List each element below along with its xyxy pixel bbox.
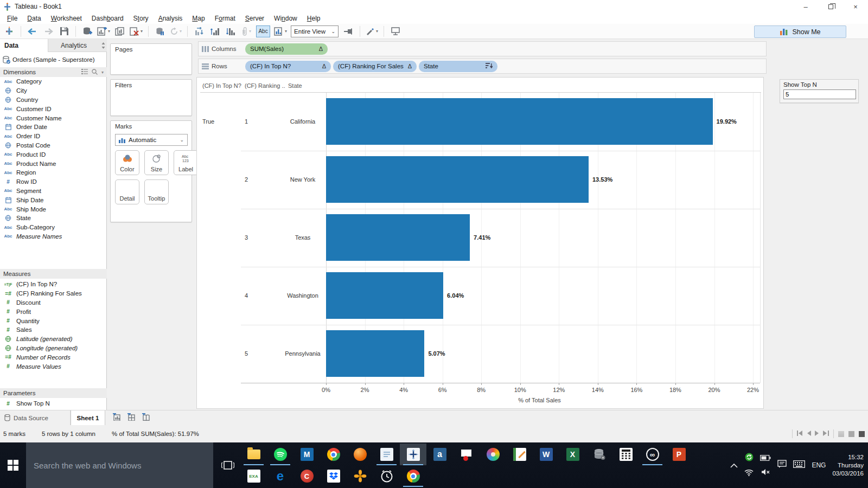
clock-tray[interactable]: 15:32 Thursday 03/03/2016 — [832, 453, 866, 478]
bar-new-york[interactable] — [326, 156, 589, 203]
mark-type-selector[interactable]: Automatic ⌄ — [115, 134, 188, 146]
restore-button[interactable] — [818, 0, 843, 13]
show-me-button[interactable]: Show Me — [754, 25, 846, 38]
pane-menu-caret-icon[interactable]: ▾ — [101, 70, 104, 75]
measure-measure-values[interactable]: #Measure Values — [0, 362, 107, 371]
taskbar-app-powerpoint[interactable]: P — [666, 444, 692, 465]
next-sheet-button[interactable] — [815, 431, 819, 437]
fit-axes-button[interactable]: ▾ — [274, 25, 287, 38]
taskbar-app-chrome2[interactable] — [400, 465, 426, 487]
dimension-city[interactable]: City — [0, 86, 107, 95]
dimension-product-name[interactable]: AbcProduct Name — [0, 159, 107, 168]
pane-sort-icon[interactable] — [99, 39, 107, 52]
first-sheet-button[interactable] — [797, 431, 803, 437]
pause-updates-button[interactable] — [154, 25, 166, 38]
dimension-ship-mode[interactable]: AbcShip Mode — [0, 204, 107, 214]
taskbar-app-word[interactable]: W — [533, 444, 559, 465]
show-top-n-input[interactable] — [783, 89, 856, 99]
touch-keyboard-tray-icon[interactable] — [793, 460, 805, 470]
dimension-order-date[interactable]: Order Date — [0, 123, 107, 132]
marks-button-size[interactable]: Size — [144, 150, 169, 175]
marks-button-tooltip[interactable]: Tooltip — [144, 179, 169, 204]
menu-map[interactable]: Map — [187, 14, 209, 23]
taskbar-app-database[interactable] — [586, 444, 612, 465]
dimension-sub-category[interactable]: AbcSub-Category — [0, 223, 107, 232]
sort-ascending-button[interactable] — [209, 25, 221, 38]
undo-button[interactable] — [27, 25, 39, 38]
measure-profit[interactable]: #Profit — [0, 307, 107, 316]
dimension-customer-id[interactable]: AbcCustomer ID — [0, 104, 107, 113]
menu-worksheet[interactable]: Worksheet — [46, 14, 87, 23]
menu-dashboard[interactable]: Dashboard — [87, 14, 129, 23]
rows-shelf[interactable]: Rows (CF) In Top N?Δ(CF) Ranking For Sal… — [198, 59, 767, 74]
view-data-icon[interactable] — [81, 69, 88, 75]
new-dashboard-tab-button[interactable] — [127, 413, 136, 423]
language-indicator[interactable]: ENG — [812, 461, 826, 469]
measure-discount[interactable]: #Discount — [0, 298, 107, 307]
pill-state[interactable]: State — [419, 61, 497, 72]
taskbar-app-flower[interactable] — [347, 465, 373, 487]
show-filmstrip-button[interactable] — [848, 431, 854, 437]
redo-button[interactable] — [42, 25, 54, 38]
sync-tray-icon[interactable] — [745, 453, 754, 464]
refresh-button[interactable]: ▾ — [170, 25, 182, 38]
tab-data[interactable]: Data — [0, 39, 48, 52]
duplicate-sheet-button[interactable] — [114, 25, 126, 38]
marks-button-detail[interactable]: Detail — [115, 179, 139, 204]
taskbar-app-screenshare[interactable] — [453, 444, 480, 465]
menu-file[interactable]: File — [2, 14, 22, 23]
measure-cf-in-top-n[interactable]: =T|F(CF) In Top N? — [0, 280, 107, 289]
dimension-product-id[interactable]: AbcProduct ID — [0, 150, 107, 159]
taskbar-app-spotify[interactable] — [267, 444, 293, 465]
taskbar-app-tableau[interactable] — [400, 444, 426, 465]
show-mark-labels-button[interactable]: Abc — [256, 25, 270, 37]
show-tabs-button[interactable] — [838, 431, 844, 437]
parameter-show-top-n[interactable]: #Show Top N — [0, 399, 107, 408]
taskbar-app-chrome[interactable] — [320, 444, 347, 465]
menu-format[interactable]: Format — [210, 14, 240, 23]
highlight-button[interactable]: ▾ — [366, 25, 378, 38]
measure-longitude-generated[interactable]: Longitude (generated) — [0, 344, 107, 353]
pill-sum-sales[interactable]: SUM(Sales)Δ — [245, 43, 328, 55]
presentation-mode-button[interactable] — [390, 25, 401, 38]
measure-number-of-records[interactable]: =#Number of Records — [0, 352, 107, 362]
dimension-ship-date[interactable]: Ship Date — [0, 195, 107, 204]
start-button[interactable] — [0, 442, 26, 488]
taskbar-app-file-explorer[interactable] — [240, 444, 267, 465]
taskbar-app-exa[interactable]: EXA — [240, 465, 267, 487]
taskbar-app-mail[interactable]: M — [293, 444, 320, 465]
tab-analytics[interactable]: Analytics — [48, 39, 99, 52]
taskbar-app-clock[interactable] — [373, 465, 400, 487]
new-worksheet-tab-button[interactable] — [113, 413, 121, 423]
new-worksheet-button[interactable]: ▾ — [97, 25, 110, 38]
dimension-customer-name[interactable]: AbcCustomer Name — [0, 113, 107, 123]
dimension-measure-names[interactable]: AbcMeasure Names — [0, 232, 107, 241]
taskbar-app-calculator[interactable] — [612, 444, 639, 465]
taskbar-app-excel[interactable]: X — [559, 444, 586, 465]
minimize-button[interactable]: – — [793, 0, 818, 13]
taskbar-app-notes[interactable] — [506, 444, 533, 465]
taskbar-search-input[interactable]: Search the web and Windows — [26, 442, 213, 488]
dimension-order-id[interactable]: AbcOrder ID — [0, 132, 107, 141]
menu-data[interactable]: Data — [22, 14, 46, 23]
pages-shelf[interactable]: Pages — [110, 43, 192, 75]
menu-story[interactable]: Story — [129, 14, 154, 23]
dimension-segment[interactable]: AbcSegment — [0, 187, 107, 196]
taskbar-app-edge[interactable]: e — [267, 465, 293, 487]
task-view-button[interactable] — [216, 442, 240, 488]
taskbar-app-firefox[interactable] — [347, 444, 373, 465]
last-sheet-button[interactable] — [823, 431, 829, 437]
battery-tray-icon[interactable] — [760, 453, 771, 463]
data-source-tab[interactable]: Data Source — [0, 410, 71, 425]
dimension-category[interactable]: AbcCategory — [0, 77, 107, 86]
dimension-row-id[interactable]: #Row ID — [0, 177, 107, 187]
measure-quantity[interactable]: #Quantity — [0, 316, 107, 325]
taskbar-app-amazon[interactable]: a — [426, 444, 453, 465]
measure-latitude-generated[interactable]: Latitude (generated) — [0, 335, 107, 344]
bar-texas[interactable] — [326, 214, 470, 261]
group-members-button[interactable]: ▾ — [240, 25, 252, 38]
taskbar-app-co[interactable]: ∞ — [639, 444, 666, 465]
marks-button-color[interactable]: Color — [115, 150, 139, 175]
bar-washington[interactable] — [326, 272, 443, 319]
sheet-tab-sheet1[interactable]: Sheet 1 — [71, 410, 105, 425]
